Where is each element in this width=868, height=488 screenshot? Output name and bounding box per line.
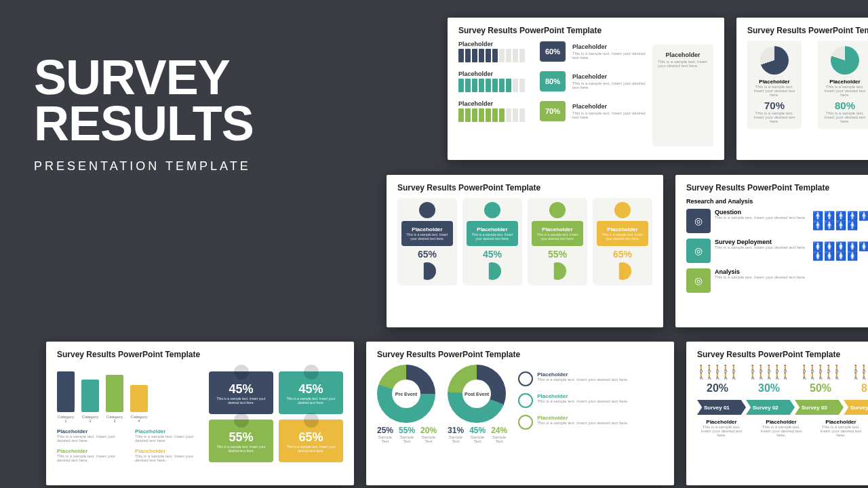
donut-post: Post Event 31%SampleText45%SampleText24%… — [448, 365, 507, 443]
hero-title: SURVEYRESULTS PRESENTATION TEMPLATE — [34, 54, 254, 174]
slide-thumbnail-4[interactable]: Survey Results PowerPoint Template Resea… — [675, 175, 868, 327]
slide-thumbnail-5[interactable]: Survey Results PowerPoint Template Categ… — [46, 342, 354, 485]
slide-thumbnail-1[interactable]: Survey Results PowerPoint Template Place… — [448, 18, 724, 160]
slide-title: Survey Results PowerPoint Template — [686, 183, 868, 192]
sidebar-box: Placeholder This is a sample text. Inser… — [652, 45, 713, 146]
donut-pre: Pre Event 25%SampleText55%SampleText20%S… — [377, 365, 437, 443]
slide-thumbnail-2[interactable]: Survey Results PowerPoint Template Place… — [736, 18, 868, 160]
legend: PlaceholderThis is a sample text. Insert… — [518, 371, 628, 436]
section-subtitle: Research and Analysis — [686, 198, 868, 205]
hero-subtitle: PRESENTATION TEMPLATE — [34, 159, 254, 174]
slide-thumbnail-3[interactable]: Survey Results PowerPoint Template Place… — [387, 175, 663, 327]
slide-title: Survey Results PowerPoint Template — [377, 350, 663, 359]
slide-title: Survey Results PowerPoint Template — [747, 26, 868, 35]
bar-chart — [57, 365, 202, 412]
slide-title: Survey Results PowerPoint Template — [57, 350, 343, 359]
steps-list: ◎QuestionThis is a sample text. Insert y… — [686, 209, 806, 298]
slide-thumbnail-6[interactable]: Survey Results PowerPoint Template Pre E… — [366, 342, 674, 485]
slide-title: Survey Results PowerPoint Template — [397, 183, 652, 192]
demographics: 🚹🚹🚹🚹🚹🚹🚹🚹🚹🚹 85%This is a sample text. Ins… — [812, 209, 868, 298]
slide-title: Survey Results PowerPoint Template — [458, 26, 713, 35]
slide-title: Survey Results PowerPoint Template — [697, 350, 868, 359]
slide-thumbnail-7[interactable]: Survey Results PowerPoint Template 🚶🚶🚶🚶🚶… — [686, 342, 868, 485]
